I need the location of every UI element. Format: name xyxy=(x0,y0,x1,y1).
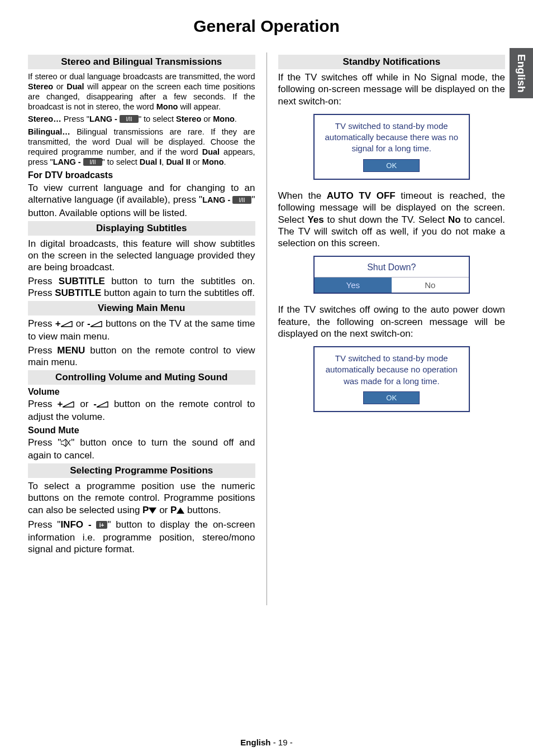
language-side-tab: English xyxy=(510,48,533,98)
subhead-mute: Sound Mute xyxy=(28,425,255,436)
triangle-up-icon xyxy=(177,505,184,517)
footer-end: - xyxy=(288,738,293,747)
text-bold: Mono xyxy=(156,102,178,111)
svg-marker-10 xyxy=(61,439,66,447)
text: . xyxy=(224,157,226,166)
heading-volume-mute: Controlling Volume and Muting Sound xyxy=(28,370,255,385)
para-sub-1: In digital broadcasts, this feature will… xyxy=(28,238,255,274)
lang-i-ii-icon: I/II xyxy=(83,158,102,168)
text: will appear. xyxy=(178,102,221,111)
dialog-shutdown-question: Shut Down? xyxy=(315,257,469,277)
dialog-shutdown: Shut Down? Yes No xyxy=(313,256,470,294)
text: . xyxy=(235,114,237,123)
dialog-ok-button[interactable]: OK xyxy=(363,391,420,405)
svg-text:I/II: I/II xyxy=(89,159,96,165)
content-columns: Stereo and Bilingual Transmissions If st… xyxy=(28,52,505,605)
volume-wedge-icon xyxy=(61,319,73,331)
text: " to select xyxy=(139,114,176,123)
volume-wedge-icon xyxy=(91,319,103,331)
text-bold: Stereo… xyxy=(28,114,61,123)
volume-wedge-icon xyxy=(97,399,109,411)
text: Press " xyxy=(61,114,89,123)
text-bold: Stereo xyxy=(28,82,53,91)
subhead-volume: Volume xyxy=(28,387,255,397)
lang-i-ii-icon: I/II xyxy=(120,115,139,125)
para-prog-2: Press "INFO - i+" button to display the … xyxy=(28,519,255,556)
para-mute: Press "" button once to turn the sound o… xyxy=(28,437,255,462)
svg-marker-9 xyxy=(97,401,108,407)
text-bold: Dual II xyxy=(166,157,191,166)
svg-marker-14 xyxy=(177,508,184,514)
para-menu-1: Press + or - buttons on the TV at the sa… xyxy=(28,318,255,343)
text: Press xyxy=(28,318,55,329)
text: button again to turn the subtitles off. xyxy=(101,288,255,298)
para-bilingual: Bilingual… Bilingual transmissions are r… xyxy=(28,127,255,169)
heading-standby: Standby Notifications xyxy=(278,55,506,69)
text-bold: P xyxy=(142,505,149,515)
para-prog-1: To select a programme position use the n… xyxy=(28,480,255,517)
heading-programme-positions: Selecting Programme Positions xyxy=(28,463,255,478)
heading-stereo-bilingual: Stereo and Bilingual Transmissions xyxy=(28,55,255,69)
dialog-shutdown-wrap: Shut Down? Yes No xyxy=(278,256,506,294)
dialog-no-signal: TV switched to stand-by mode automatical… xyxy=(313,114,470,180)
dialog-ok-button[interactable]: OK xyxy=(363,159,420,173)
text-bold: SUBTITLE xyxy=(55,288,101,298)
footer-lang: English xyxy=(240,738,270,747)
svg-text:I/II: I/II xyxy=(239,197,245,203)
page-title: General Operation xyxy=(28,17,505,36)
text-bold: No xyxy=(448,214,461,225)
text: Press xyxy=(28,276,59,286)
text-bold: LANG - xyxy=(202,195,232,204)
text-bold: Dual xyxy=(66,82,84,91)
triangle-down-icon xyxy=(149,505,156,517)
text-bold: LANG - xyxy=(89,114,120,123)
dialog-no-operation-wrap: TV switched to stand-by mode automatical… xyxy=(278,346,506,412)
dialog-shutdown-buttons: Yes No xyxy=(315,277,469,293)
shutdown-no-button[interactable]: No xyxy=(392,277,469,293)
heading-main-menu: Viewing Main Menu xyxy=(28,301,255,315)
text: or xyxy=(156,505,170,515)
dialog-no-signal-message: TV switched to stand-by mode automatical… xyxy=(321,121,462,155)
text-bold: Mono xyxy=(202,157,224,166)
text-bold: AUTO TV OFF xyxy=(327,190,396,201)
info-screen-icon: i+ xyxy=(96,520,107,532)
page-footer: English - 19 - xyxy=(0,738,533,747)
subhead-dtv: For DTV broadcasts xyxy=(28,170,255,180)
footer-page-number: 19 xyxy=(278,738,288,747)
text-bold: Bilingual… xyxy=(28,127,70,136)
mute-icon xyxy=(61,438,71,449)
text-bold: Dual I xyxy=(140,157,161,166)
footer-sep: - xyxy=(270,738,278,747)
text: to shut down the TV. Select xyxy=(324,214,448,225)
svg-marker-8 xyxy=(63,401,74,407)
para-stereo-press: Stereo… Press "LANG - I/II" to select St… xyxy=(28,114,255,125)
text: " to select xyxy=(102,157,140,166)
text: or xyxy=(73,318,88,329)
para-standby-1: If the TV switches off while in No Signa… xyxy=(278,71,506,107)
svg-marker-13 xyxy=(149,508,156,514)
text: Press " xyxy=(28,519,60,530)
text-bold: INFO - xyxy=(60,519,96,530)
text: or xyxy=(191,157,202,166)
para-volume: Press + or - button on the remote contro… xyxy=(28,398,255,423)
text: Press xyxy=(28,399,57,409)
text-bold: SUBTITLE xyxy=(59,276,105,286)
column-divider xyxy=(266,52,267,605)
para-sub-2: Press SUBTITLE button to turn the subtit… xyxy=(28,275,255,299)
text-bold: MENU xyxy=(57,345,85,356)
page-container: General Operation Stereo and Bilingual T… xyxy=(0,0,533,616)
dialog-no-operation-message: TV switched to stand-by mode automatical… xyxy=(321,353,462,387)
left-column: Stereo and Bilingual Transmissions If st… xyxy=(28,52,255,605)
text: When the xyxy=(278,190,327,201)
volume-wedge-icon xyxy=(63,399,75,411)
svg-text:i+: i+ xyxy=(99,522,104,528)
text-bold: LANG - xyxy=(53,157,83,166)
shutdown-yes-button[interactable]: Yes xyxy=(315,277,392,293)
text: Press xyxy=(28,345,57,356)
text-bold: P xyxy=(170,505,177,515)
text: or xyxy=(201,114,213,123)
text: Press " xyxy=(28,437,61,448)
svg-text:I/II: I/II xyxy=(126,116,132,122)
text-bold: Yes xyxy=(307,214,323,225)
para-standby-3: If the TV switches off owing to the auto… xyxy=(278,304,506,339)
